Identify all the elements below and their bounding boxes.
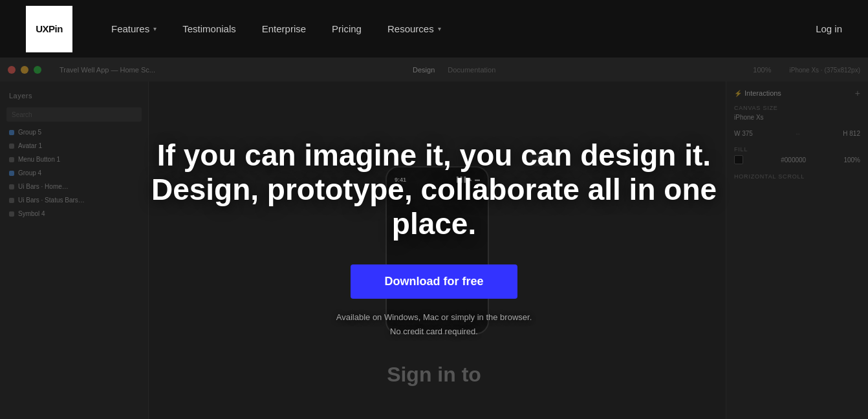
- chevron-down-icon: ▾: [438, 25, 441, 32]
- logo[interactable]: UXPin: [26, 6, 72, 52]
- chevron-down-icon: ▾: [153, 25, 157, 32]
- download-cta-button[interactable]: Download for free: [351, 264, 517, 299]
- nav-enterprise[interactable]: Enterprise: [262, 23, 306, 34]
- hero-section: Travel Well App — Home Sc... Design Docu…: [0, 58, 868, 419]
- hero-overlay: If you can imagine it, you can design it…: [0, 58, 868, 419]
- logo-text: UXPin: [36, 23, 63, 34]
- login-button[interactable]: Log in: [816, 23, 842, 34]
- nav-resources[interactable]: Resources ▾: [387, 23, 441, 34]
- hero-subtext: Available on Windows, Mac or simply in t…: [336, 310, 532, 339]
- nav-testimonials[interactable]: Testimonials: [182, 23, 236, 34]
- hero-headline: If you can imagine it, you can design it…: [143, 138, 725, 241]
- nav-features[interactable]: Features ▾: [111, 23, 157, 34]
- navbar: UXPin Features ▾ Testimonials Enterprise…: [0, 0, 868, 58]
- nav-links: Features ▾ Testimonials Enterprise Prici…: [111, 23, 816, 34]
- nav-pricing[interactable]: Pricing: [332, 23, 362, 34]
